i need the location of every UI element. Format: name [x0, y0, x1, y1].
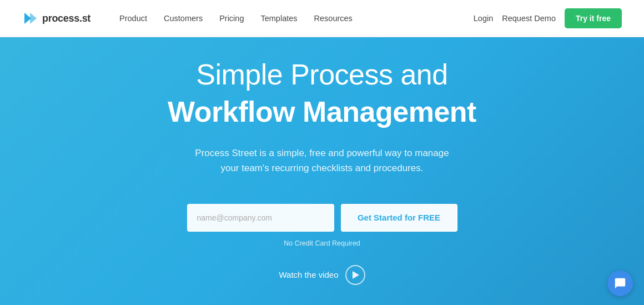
hero-title-bold: Workflow Management [168, 94, 476, 129]
watch-video-label: Watch the video [279, 270, 339, 279]
svg-marker-1 [30, 13, 37, 24]
get-started-button[interactable]: Get Started for FREE [341, 204, 457, 232]
try-free-button[interactable]: Try it free [565, 8, 622, 28]
hero-subtitle: Process Street is a simple, free and pow… [194, 146, 450, 176]
chat-bubble-button[interactable] [607, 271, 633, 296]
request-demo-link[interactable]: Request Demo [502, 14, 556, 23]
logo-icon [22, 11, 38, 26]
nav-customers[interactable]: Customers [157, 11, 209, 26]
hero-title-regular: Simple Process and [196, 57, 447, 92]
navbar-right: Login Request Demo Try it free [474, 8, 622, 28]
logo-text: process.st [42, 13, 90, 24]
navbar: process.st Product Customers Pricing Tem… [0, 0, 644, 37]
nav-links: Product Customers Pricing Templates Reso… [113, 11, 474, 26]
hero-cta-row: Get Started for FREE [187, 204, 457, 232]
play-icon [353, 271, 359, 279]
play-button[interactable] [345, 265, 365, 285]
login-link[interactable]: Login [474, 14, 493, 23]
chat-icon [614, 277, 626, 289]
email-input[interactable] [187, 204, 334, 232]
nav-pricing[interactable]: Pricing [213, 11, 250, 26]
nav-templates[interactable]: Templates [254, 11, 304, 26]
watch-video-row[interactable]: Watch the video [279, 265, 365, 285]
hero-section: Simple Process and Workflow Management P… [0, 37, 644, 305]
logo-link[interactable]: process.st [22, 11, 90, 26]
nav-product[interactable]: Product [113, 11, 154, 26]
no-credit-card-text: No Credit Card Required [284, 239, 360, 247]
nav-resources[interactable]: Resources [308, 11, 359, 26]
